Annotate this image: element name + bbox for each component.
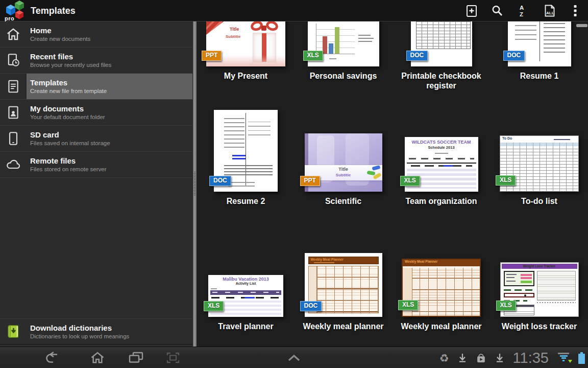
template-item-weekly-meal-planner-doc[interactable]: Weekly Meal Planner DOC Weekly meal plan… (295, 198, 392, 347)
template-item-weight-loss-tracker[interactable]: Weight Loss Tracker XLS Weight loss trac… (491, 198, 588, 347)
sidebar-item-sd-card[interactable]: SD cardFiles saved on internal storage (0, 126, 192, 152)
app-window: pro Templates A Z ALL (0, 0, 588, 368)
chevron-up-icon (285, 353, 303, 362)
screenshot-button[interactable] (158, 347, 188, 368)
recent-apps-button[interactable] (121, 347, 151, 368)
sidebar-item-download-dictionaries[interactable]: Download dictionariesDictionaries to loo… (0, 318, 192, 344)
sort-az-icon: A Z (517, 4, 529, 18)
file-type-badge: PPT (202, 51, 222, 61)
svg-text:A: A (520, 5, 524, 11)
sidebar-item-templates[interactable]: TemplatesCreate new file from template (0, 74, 192, 100)
logo-pro-text: pro (5, 15, 14, 21)
file-type-badge: XLS (204, 301, 224, 311)
search-button[interactable] (485, 0, 509, 21)
network-activity-arrow-icon (568, 360, 572, 363)
sidebar-item-home[interactable]: HomeCreate new documents (0, 21, 192, 48)
template-thumbnail: DOC (508, 21, 571, 66)
template-thumbnail: Title Subtitle PPT (206, 21, 285, 66)
template-thumbnail: Weekly Meal Planner XLS (402, 259, 481, 317)
file-type-badge: PPT (300, 176, 320, 186)
main-area: HomeCreate new documents Recent filesBro… (0, 21, 588, 347)
template-name: Weight loss tracker (487, 321, 588, 331)
template-item-weekly-meal-planner-xls[interactable]: Weekly Meal Planner XLS Weekly meal plan… (393, 198, 490, 347)
my-documents-icon (6, 105, 21, 120)
sidebar-item-recent-files[interactable]: Recent filesBrowse your recently used fi… (0, 48, 192, 74)
sidebar-item-subtitle: Files saved on internal storage (30, 140, 192, 147)
thumb-title-text: WILDCATS SOCCER TEAM (405, 140, 478, 145)
pane-divider-handle[interactable] (192, 21, 197, 347)
template-name: Weekly meal planner (389, 321, 493, 331)
file-type-badge: DOC (300, 301, 322, 311)
search-icon (491, 4, 504, 18)
dictionary-book-icon (7, 324, 20, 339)
template-item-travel-planner[interactable]: Malibu Vacation 2013 Activity List XLS T… (197, 198, 295, 347)
overflow-menu-button[interactable] (564, 0, 587, 21)
sidebar-item-subtitle: Browse your recently used files (30, 61, 192, 68)
thumb-subtitle-text: Subtitle (226, 34, 240, 39)
expand-notifications-button[interactable] (279, 347, 309, 368)
sidebar-item-subtitle: Dictionaries to look up word meanings (30, 333, 192, 340)
sidebar-item-title: Recent files (30, 52, 192, 61)
new-document-button[interactable] (460, 0, 483, 21)
sidebar-item-title: Download dictionaries (30, 324, 192, 333)
sidebar-item-subtitle: Create new documents (30, 35, 192, 42)
home-icon (6, 27, 21, 42)
sidebar-item-title: Home (30, 26, 192, 35)
thumb-title-text: Weekly Meal Planner (405, 260, 437, 263)
page-title: Templates (31, 0, 76, 21)
template-name: Travel planner (197, 321, 298, 331)
home-icon (90, 351, 105, 364)
template-thumbnail: Weight Loss Tracker XLS (500, 262, 579, 317)
thumb-subtitle-text: Activity List (208, 282, 283, 285)
back-button[interactable] (37, 347, 66, 368)
template-thumbnail: Malibu Vacation 2013 Activity List XLS (208, 275, 283, 317)
file-type-badge: XLS (303, 51, 323, 61)
sidebar-item-title: My documents (30, 104, 192, 113)
sidebar-item-title: Remote files (30, 156, 192, 166)
template-thumbnail: Weekly Meal Planner DOC (305, 253, 382, 317)
filter-all-button[interactable]: ALL (538, 0, 561, 21)
home-button[interactable] (83, 347, 112, 368)
status-tray[interactable]: ♻ 11:35 (439, 347, 585, 368)
remote-files-icon (6, 157, 21, 172)
thumb-subtitle-text: Schedule 2013 (405, 145, 478, 150)
file-type-badge: XLS (398, 300, 418, 310)
recent-files-icon (6, 53, 21, 68)
template-thumbnail: DOC (214, 110, 278, 192)
table-grid-graphic (416, 21, 471, 49)
clock: 11:35 (513, 350, 549, 366)
sidebar-item-title: Templates (30, 78, 192, 87)
sort-button[interactable]: A Z (511, 0, 534, 21)
file-type-badge: XLS (496, 301, 516, 311)
action-bar: pro Templates A Z ALL (0, 0, 588, 21)
file-type-badge: XLS (400, 176, 420, 186)
templates-grid: Title Subtitle PPT My Present (197, 21, 588, 347)
sidebar-item-my-documents[interactable]: My documentsYour default document folder (0, 100, 192, 126)
filter-all-icon: ALL (543, 4, 556, 18)
chart-graphic (537, 271, 576, 301)
play-store-icon (476, 353, 486, 363)
svg-text:Z: Z (520, 11, 523, 17)
recent-apps-icon (128, 351, 144, 364)
back-icon (44, 351, 59, 364)
officesuite-pro-logo[interactable]: pro (4, 0, 28, 21)
sidebar: HomeCreate new documents Recent filesBro… (0, 21, 192, 347)
wifi-signal-icon (557, 353, 570, 363)
download-icon (458, 353, 467, 363)
sidebar-item-remote-files[interactable]: Remote filesFiles stored on remote serve… (0, 152, 192, 178)
thumb-title-text: Weekly Meal Planner (311, 258, 344, 261)
file-type-badge: DOC (503, 51, 525, 61)
new-document-icon (465, 4, 478, 18)
bar-chart-graphic (316, 24, 355, 54)
thumb-title-text: Weight Loss Tracker (502, 264, 577, 269)
svg-text:ALL: ALL (546, 11, 554, 15)
template-name: Weekly meal planner (291, 321, 395, 331)
template-thumbnail: Title Subtitle PPT (305, 133, 382, 192)
battery-icon (578, 352, 585, 364)
file-type-badge: DOC (406, 51, 428, 61)
overflow-menu-icon (570, 3, 580, 18)
thumb-title-text: Malibu Vacation 2013 (208, 277, 283, 282)
sidebar-item-subtitle: Your default document folder (30, 113, 192, 121)
download-icon (495, 353, 504, 363)
template-thumbnail: To Do XLS (500, 135, 579, 192)
